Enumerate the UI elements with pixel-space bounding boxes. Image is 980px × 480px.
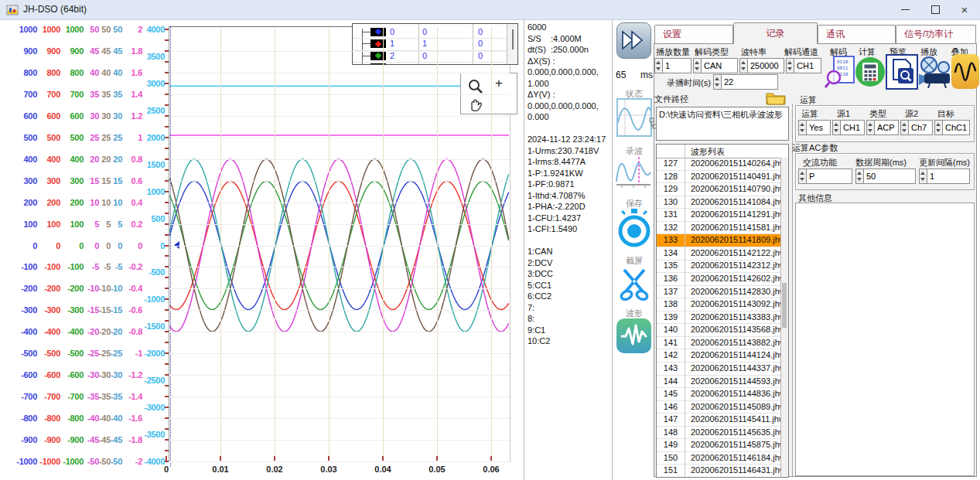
decode-button[interactable]: 011000110110 bbox=[825, 56, 855, 88]
spinner[interactable] bbox=[798, 120, 806, 135]
file-row[interactable]: 12720200620151140264.jhw bbox=[657, 158, 782, 171]
spinner[interactable] bbox=[693, 58, 701, 73]
op-source1-field[interactable]: CH1 bbox=[832, 120, 865, 135]
legend-scrollbar[interactable] bbox=[507, 24, 517, 64]
op-enable-field[interactable]: Yes bbox=[798, 120, 831, 135]
y-axis-label: 2500 bbox=[121, 106, 165, 116]
ac-func-field[interactable]: P bbox=[798, 169, 852, 184]
file-row[interactable]: 14420200620151144593.jhw bbox=[657, 376, 782, 389]
decode-type-input[interactable]: CAN bbox=[701, 58, 738, 73]
file-path-box[interactable]: D:\快速访问资料\三相机录波波形 bbox=[656, 107, 789, 141]
file-row[interactable]: 14520200620151144836.jhw bbox=[657, 388, 782, 401]
decode-channel-input[interactable]: CH1 bbox=[794, 58, 821, 73]
legend-row[interactable] bbox=[353, 62, 517, 65]
op-type-field[interactable]: ACP bbox=[866, 120, 899, 135]
file-row[interactable]: 13720200620151142830.jhw bbox=[657, 286, 782, 299]
op-type-input[interactable]: ACP bbox=[874, 120, 899, 135]
file-row[interactable]: 14120200620151143882.jhw bbox=[657, 337, 782, 350]
file-table-scrollbar-thumb[interactable] bbox=[782, 283, 787, 328]
spinner[interactable] bbox=[739, 58, 747, 73]
op-target-input[interactable]: ChC1 bbox=[942, 120, 970, 135]
ac-func-input[interactable]: P bbox=[806, 169, 852, 184]
file-row[interactable]: 13420200620151142122.jhw bbox=[657, 247, 782, 260]
legend-row[interactable]: 200 bbox=[353, 50, 517, 63]
legend-scrollbar-thumb[interactable] bbox=[512, 29, 514, 49]
trace-legend[interactable]: 000110200 bbox=[352, 23, 518, 65]
calculate-button[interactable] bbox=[855, 56, 886, 88]
file-row[interactable]: 13520200620151142312.jhw bbox=[657, 260, 782, 273]
ac-period-input[interactable]: 50 bbox=[863, 169, 916, 184]
screenshot-button[interactable] bbox=[618, 267, 650, 302]
legend-row[interactable]: 000 bbox=[353, 26, 517, 39]
playback-count-field[interactable]: 1 bbox=[654, 58, 691, 73]
save-button[interactable] bbox=[618, 209, 650, 249]
tab-settings[interactable]: 设置 bbox=[654, 25, 733, 43]
browse-folder-button[interactable] bbox=[764, 89, 787, 106]
file-row[interactable]: 12920200620151140790.jhw bbox=[657, 183, 782, 196]
fast-forward-button[interactable] bbox=[616, 22, 651, 59]
legend-row[interactable]: 110 bbox=[353, 38, 517, 51]
spinner[interactable] bbox=[798, 169, 806, 184]
file-row[interactable]: 14720200620151145411.jhw bbox=[657, 414, 782, 427]
op-target-field[interactable]: ChC1 bbox=[934, 120, 970, 135]
y-axis-label: 1500 bbox=[121, 160, 165, 170]
zoom-in-icon[interactable]: + bbox=[495, 76, 503, 91]
ac-period-field[interactable]: 50 bbox=[855, 169, 916, 184]
spinner[interactable] bbox=[855, 169, 863, 184]
y-axis-tick bbox=[165, 104, 169, 106]
record-time-input[interactable]: 22 bbox=[721, 74, 778, 90]
tab-record[interactable]: 记录 bbox=[733, 22, 818, 44]
file-row[interactable]: 14320200620151144337.jhw bbox=[657, 363, 782, 376]
overlay-button[interactable] bbox=[951, 54, 979, 89]
waveform-file-table[interactable]: 波形列表 12720200620151140264.jhw12820200620… bbox=[656, 144, 789, 478]
playback-count-input[interactable]: 1 bbox=[662, 58, 691, 73]
waveform-button[interactable] bbox=[616, 318, 651, 353]
spinner[interactable] bbox=[934, 120, 942, 135]
record-time-field[interactable]: 22 bbox=[713, 74, 778, 90]
file-table-scrollbar[interactable] bbox=[780, 158, 788, 477]
file-row[interactable]: 15020200620151146184.jhw bbox=[657, 452, 782, 465]
status-button[interactable] bbox=[616, 98, 652, 137]
op-source1-input[interactable]: CH1 bbox=[840, 120, 865, 135]
spinner[interactable] bbox=[786, 58, 794, 73]
file-row[interactable]: 12820200620151140491.jhw bbox=[657, 171, 782, 184]
file-row-selected[interactable]: 13320200620151141809.jhw bbox=[657, 234, 782, 247]
file-row[interactable]: 13620200620151142602.jhw bbox=[657, 273, 782, 286]
play-button[interactable] bbox=[919, 56, 951, 88]
file-row[interactable]: 14020200620151143568.jhw bbox=[657, 324, 782, 337]
record-wave-button[interactable] bbox=[616, 155, 651, 190]
file-row[interactable]: 13820200620151143092.jhw bbox=[657, 298, 782, 311]
op-source2-field[interactable]: Ch7 bbox=[900, 120, 933, 135]
preview-button[interactable] bbox=[886, 54, 918, 90]
baud-rate-input[interactable]: 250000 bbox=[747, 58, 784, 73]
file-row[interactable]: 14820200620151145635.jhw bbox=[657, 427, 782, 440]
file-row[interactable]: 13120200620151141291.jhw bbox=[657, 209, 782, 222]
op-source2-input[interactable]: Ch7 bbox=[908, 120, 933, 135]
spinner[interactable] bbox=[900, 120, 908, 135]
file-row[interactable]: 13920200620151143383.jhw bbox=[657, 311, 782, 325]
spinner[interactable] bbox=[866, 120, 874, 135]
file-row[interactable]: 15120200620151146431.jhw bbox=[657, 465, 782, 478]
ac-interval-input[interactable]: 1 bbox=[927, 169, 970, 184]
file-row[interactable]: 14220200620151144124.jhw bbox=[657, 349, 782, 363]
file-row[interactable]: 13020200620151141084.jhw bbox=[657, 196, 782, 209]
spinner[interactable] bbox=[832, 120, 840, 135]
spinner[interactable] bbox=[919, 169, 927, 184]
tab-signal-power[interactable]: 信号/功率计 bbox=[896, 25, 976, 43]
spinner[interactable] bbox=[654, 58, 662, 73]
file-row[interactable]: 14920200620151145875.jhw bbox=[657, 439, 782, 452]
file-row-name: 20200620151146431.jhw bbox=[691, 465, 786, 475]
file-row[interactable]: 13220200620151141581.jhw bbox=[657, 222, 782, 235]
op-enable-input[interactable]: Yes bbox=[806, 120, 831, 135]
zoom-icon[interactable] bbox=[467, 78, 484, 95]
pan-hand-icon[interactable] bbox=[467, 95, 484, 112]
tab-communication[interactable]: 通讯 bbox=[818, 25, 896, 43]
baud-rate-field[interactable]: 250000 bbox=[739, 58, 784, 73]
file-row[interactable]: 14620200620151145089.jhw bbox=[657, 401, 782, 414]
decode-channel-field[interactable]: CH1 bbox=[786, 58, 821, 73]
info-line: 3:DCC bbox=[528, 269, 613, 278]
preview-icon bbox=[886, 54, 918, 90]
spinner[interactable] bbox=[713, 74, 721, 90]
decode-type-field[interactable]: CAN bbox=[693, 58, 738, 73]
ac-interval-field[interactable]: 1 bbox=[919, 169, 970, 184]
